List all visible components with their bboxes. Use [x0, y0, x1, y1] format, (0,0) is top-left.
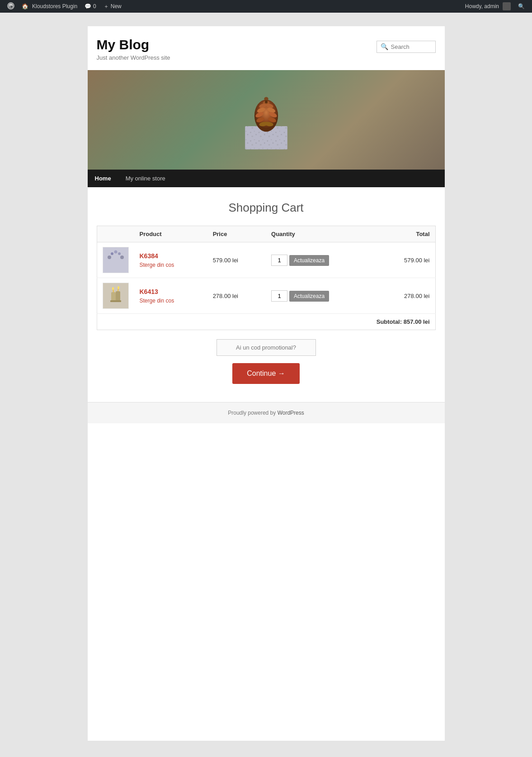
search-form: 🔍	[377, 41, 436, 53]
site-header: My Blog Just another WordPress site 🔍	[88, 26, 445, 70]
cart-actions: Continue →	[97, 339, 436, 384]
search-input[interactable]	[391, 43, 432, 50]
cart-table-header: Product Price Quantity Total	[97, 226, 435, 242]
site-container: My Blog Just another WordPress site 🔍	[88, 26, 445, 741]
admin-bar-comments[interactable]: 💬 0	[81, 0, 100, 13]
product-price-cell: 278.00 lei	[207, 278, 266, 314]
footer-wp-link[interactable]: WordPress	[278, 410, 304, 416]
svg-point-26	[114, 251, 117, 254]
svg-point-24	[108, 255, 111, 259]
product-remove-link[interactable]: Sterge din cos	[140, 298, 174, 304]
admin-bar-right: Howdy, admin 🔍	[461, 2, 528, 10]
wp-logo-icon	[7, 2, 14, 11]
pinecone-illustration	[239, 88, 293, 151]
admin-bar: 🏠 Kloudstores Plugin 💬 0 ＋ New Howdy, ad…	[0, 0, 532, 13]
product-remove-link[interactable]: Sterge din cos	[140, 262, 174, 268]
comment-icon: 💬	[85, 3, 91, 9]
admin-bar-search[interactable]: 🔍	[514, 3, 528, 9]
search-icon: 🔍	[381, 43, 388, 51]
home-icon: 🏠	[22, 3, 28, 9]
search-icon: 🔍	[518, 3, 525, 9]
howdy-text: Howdy, admin	[465, 3, 499, 9]
promo-code-input[interactable]	[217, 339, 316, 356]
product-total-cell: 278.00 lei	[377, 278, 435, 314]
product-quantity-cell: Actualizeaza	[266, 278, 377, 314]
update-cart-button[interactable]: Actualizeaza	[289, 255, 329, 266]
admin-bar-new-label: New	[111, 3, 122, 9]
col-header-total: Total	[377, 226, 435, 242]
svg-point-27	[118, 252, 121, 255]
product-quantity-cell: Actualizeaza	[266, 242, 377, 278]
admin-bar-site[interactable]: 🏠 Kloudstores Plugin	[18, 0, 81, 13]
cart-title: Shopping Cart	[97, 201, 436, 215]
svg-point-28	[120, 255, 124, 259]
cart-table: Product Price Quantity Total K6384Sterge…	[97, 226, 436, 330]
cart-row: K6384Sterge din cos579.00 leiActualizeaz…	[97, 242, 435, 278]
admin-bar-new[interactable]: ＋ New	[100, 0, 125, 13]
product-total-cell: 579.00 lei	[377, 242, 435, 278]
page-wrap: My Blog Just another WordPress site 🔍	[0, 13, 532, 757]
col-header-image	[97, 226, 134, 242]
admin-bar-comments-count: 0	[93, 3, 96, 9]
subtotal-cell: Subtotal: 857.00 lei	[97, 314, 435, 330]
update-cart-button[interactable]: Actualizeaza	[289, 291, 329, 302]
site-footer: Proudly powered by WordPress	[88, 402, 445, 423]
admin-avatar-icon	[503, 2, 511, 10]
col-header-product: Product	[134, 226, 207, 242]
quantity-input[interactable]	[271, 290, 287, 302]
product-price-cell: 579.00 lei	[207, 242, 266, 278]
wp-logo-item[interactable]	[4, 0, 18, 13]
svg-point-25	[111, 252, 113, 255]
cart-table-body: K6384Sterge din cos579.00 leiActualizeaz…	[97, 242, 435, 314]
svg-point-36	[118, 286, 119, 289]
product-info-cell: K6384Sterge din cos	[134, 242, 207, 278]
quantity-input[interactable]	[271, 255, 287, 266]
continue-label: Continue →	[247, 369, 285, 378]
svg-point-35	[112, 287, 114, 290]
admin-bar-site-label: Kloudstores Plugin	[32, 3, 77, 9]
nav-item-store[interactable]: My online store	[118, 170, 173, 187]
site-branding: My Blog Just another WordPress site	[97, 37, 170, 61]
admin-bar-howdy[interactable]: Howdy, admin	[461, 2, 514, 10]
site-tagline: Just another WordPress site	[97, 54, 170, 61]
product-thumbnail	[103, 247, 129, 273]
cart-table-footer: Subtotal: 857.00 lei	[97, 314, 435, 330]
nav-item-home[interactable]: Home	[88, 170, 118, 187]
product-name-link[interactable]: K6384	[140, 252, 202, 260]
plus-icon: ＋	[104, 3, 109, 10]
content-area: Shopping Cart Product Price Quantity Tot…	[88, 187, 445, 402]
product-thumb-cell	[97, 278, 134, 314]
col-header-quantity: Quantity	[266, 226, 377, 242]
continue-button[interactable]: Continue →	[232, 363, 300, 384]
product-info-cell: K6413Sterge din cos	[134, 278, 207, 314]
svg-point-21	[264, 97, 268, 100]
product-thumb-cell	[97, 242, 134, 278]
site-title[interactable]: My Blog	[97, 37, 170, 52]
product-thumbnail	[103, 283, 129, 309]
footer-text: Proudly powered by WordPress	[228, 410, 304, 416]
svg-rect-32	[110, 300, 121, 302]
site-nav: Home My online store	[88, 170, 445, 187]
col-header-price: Price	[207, 226, 266, 242]
product-name-link[interactable]: K6413	[140, 288, 202, 295]
hero-image	[88, 70, 445, 170]
cart-row: K6413Sterge din cos278.00 leiActualizeaz…	[97, 278, 435, 314]
